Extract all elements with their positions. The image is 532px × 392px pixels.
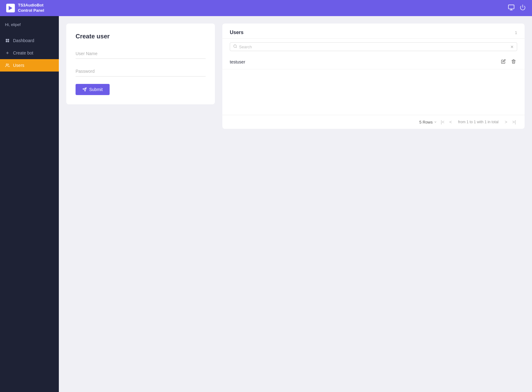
sidebar-item-dashboard[interactable]: Dashboard [0, 34, 59, 47]
table-row: testuser [222, 55, 525, 69]
prev-page-button[interactable]: < [448, 119, 453, 125]
create-user-title: Create user [76, 33, 206, 40]
header-actions [508, 4, 526, 12]
brand: TS3AudioBot Control Panel [6, 3, 44, 13]
dashboard-icon [5, 38, 10, 43]
brand-icon [6, 4, 15, 12]
edit-user-button[interactable] [500, 59, 507, 65]
submit-label: Submit [89, 87, 103, 92]
power-icon[interactable] [520, 4, 526, 12]
brand-text: TS3AudioBot Control Panel [18, 3, 44, 13]
app-body: Hi, elipef Dashboard Create bot Users [0, 16, 532, 392]
rows-select[interactable]: 5 Rows [419, 120, 437, 124]
create-user-form: Submit [76, 49, 206, 95]
svg-rect-6 [8, 39, 9, 41]
next-page-button[interactable]: > [504, 119, 508, 125]
page-info: from 1 to 1 with 1 in total [458, 120, 499, 124]
users-list: testuser [222, 55, 525, 115]
svg-point-11 [6, 64, 8, 65]
search-input[interactable] [239, 45, 508, 49]
users-panel: Users 1 ✕ testuser [222, 24, 525, 129]
sidebar-item-label-create-bot: Create bot [13, 50, 33, 55]
delete-user-button[interactable] [510, 59, 517, 65]
submit-icon [82, 87, 87, 92]
sidebar-item-label-dashboard: Dashboard [13, 38, 34, 43]
search-icon [233, 44, 237, 49]
username-input[interactable] [76, 49, 206, 59]
svg-line-15 [236, 47, 237, 48]
svg-rect-5 [6, 39, 7, 41]
pagination: 5 Rows |< < from 1 to 1 with 1 in total … [222, 115, 525, 129]
users-icon [5, 63, 10, 68]
user-actions [500, 59, 517, 65]
sidebar-item-users[interactable]: Users [0, 59, 59, 72]
sidebar: Hi, elipef Dashboard Create bot Users [0, 16, 59, 392]
password-field [76, 66, 206, 76]
create-bot-icon [5, 50, 10, 55]
search-clear-icon[interactable]: ✕ [510, 45, 514, 49]
rows-label: 5 Rows [419, 120, 433, 124]
rows-dropdown-icon [434, 120, 437, 124]
submit-button[interactable]: Submit [76, 84, 110, 95]
users-header: Users 1 [222, 24, 525, 39]
svg-point-14 [234, 45, 237, 48]
users-title: Users [230, 30, 243, 35]
svg-rect-7 [6, 41, 7, 42]
first-page-button[interactable]: |< [439, 119, 446, 125]
sidebar-item-create-bot[interactable]: Create bot [0, 47, 59, 59]
sidebar-nav: Dashboard Create bot Users [0, 34, 59, 72]
top-header: TS3AudioBot Control Panel [0, 0, 532, 16]
sidebar-greeting: Hi, elipef [0, 22, 59, 34]
user-name: testuser [230, 59, 245, 64]
svg-rect-8 [8, 41, 9, 42]
last-page-button[interactable]: >| [511, 119, 517, 125]
search-bar: ✕ [230, 42, 517, 51]
password-input[interactable] [76, 66, 206, 76]
users-count: 1 [515, 30, 517, 35]
create-user-panel: Create user Submit [66, 24, 215, 104]
monitor-icon[interactable] [508, 4, 515, 12]
username-field [76, 49, 206, 59]
svg-marker-0 [9, 6, 12, 10]
svg-rect-1 [508, 5, 514, 9]
main-content: Create user Submit Users 1 [59, 16, 532, 392]
sidebar-item-label-users: Users [13, 63, 24, 68]
